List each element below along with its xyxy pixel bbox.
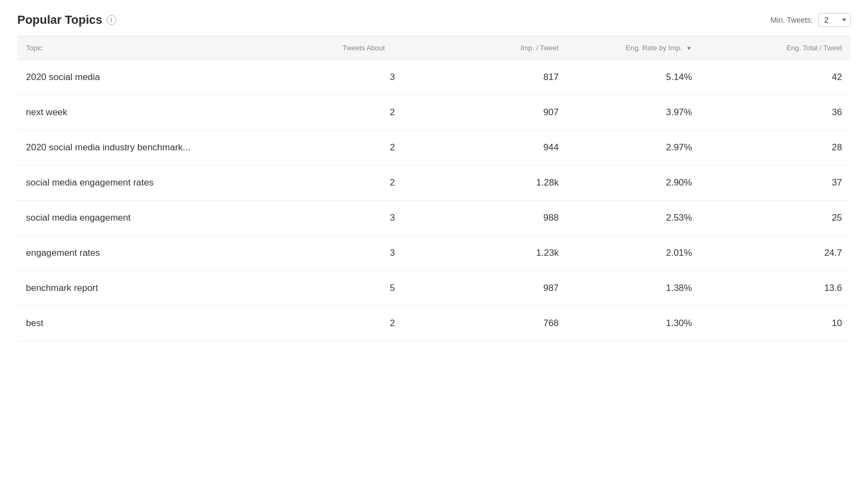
cell-imp-tweet: 987 [451, 271, 567, 306]
cell-topic: social media engagement [17, 201, 334, 236]
cell-eng-total: 42 [700, 60, 851, 95]
table-body: 2020 social media38175.14%42next week290… [17, 60, 851, 341]
cell-topic: social media engagement rates [17, 165, 334, 201]
cell-tweets-about: 2 [334, 130, 451, 165]
cell-imp-tweet: 944 [451, 130, 567, 165]
cell-eng-total: 10 [700, 306, 851, 341]
cell-eng-rate: 1.38% [567, 271, 701, 306]
min-tweets-select-wrapper[interactable]: 2 3 5 10 [818, 13, 851, 27]
table-row: social media engagement39882.53%25 [17, 201, 851, 236]
cell-eng-total: 28 [700, 130, 851, 165]
col-header-topic: Topic [17, 36, 334, 60]
cell-imp-tweet: 988 [451, 201, 567, 236]
page-title: Popular Topics [17, 13, 102, 27]
title-group: Popular Topics i [17, 13, 116, 27]
cell-tweets-about: 5 [334, 271, 451, 306]
header-row: Topic Tweets About Imp. / Tweet Eng. Rat… [17, 36, 851, 60]
min-tweets-label: Min. Tweets: [771, 16, 813, 24]
cell-eng-total: 37 [700, 165, 851, 201]
cell-eng-rate: 2.01% [567, 236, 701, 271]
table-row: engagement rates31.23k2.01%24.7 [17, 236, 851, 271]
cell-eng-total: 13.6 [700, 271, 851, 306]
popular-topics-table: Topic Tweets About Imp. / Tweet Eng. Rat… [17, 36, 851, 341]
col-header-tweets-about: Tweets About [334, 36, 451, 60]
cell-eng-total: 25 [700, 201, 851, 236]
table-row: next week29073.97%36 [17, 95, 851, 130]
min-tweets-group: Min. Tweets: 2 3 5 10 [771, 13, 851, 27]
cell-topic: benchmark report [17, 271, 334, 306]
cell-tweets-about: 2 [334, 165, 451, 201]
cell-imp-tweet: 817 [451, 60, 567, 95]
cell-imp-tweet: 1.23k [451, 236, 567, 271]
cell-topic: engagement rates [17, 236, 334, 271]
min-tweets-select[interactable]: 2 3 5 10 [818, 13, 851, 27]
table-row: 2020 social media38175.14%42 [17, 60, 851, 95]
cell-topic: best [17, 306, 334, 341]
cell-imp-tweet: 907 [451, 95, 567, 130]
cell-topic: 2020 social media [17, 60, 334, 95]
table-row: social media engagement rates21.28k2.90%… [17, 165, 851, 201]
cell-imp-tweet: 768 [451, 306, 567, 341]
popular-topics-container: Popular Topics i Min. Tweets: 2 3 5 10 T… [0, 0, 868, 504]
cell-tweets-about: 3 [334, 201, 451, 236]
table-row: 2020 social media industry benchmark...2… [17, 130, 851, 165]
cell-eng-total: 24.7 [700, 236, 851, 271]
table-header: Topic Tweets About Imp. / Tweet Eng. Rat… [17, 36, 851, 60]
table-row: best27681.30%10 [17, 306, 851, 341]
cell-topic: next week [17, 95, 334, 130]
cell-tweets-about: 3 [334, 60, 451, 95]
cell-eng-rate: 5.14% [567, 60, 701, 95]
cell-eng-rate: 2.90% [567, 165, 701, 201]
cell-eng-total: 36 [700, 95, 851, 130]
cell-imp-tweet: 1.28k [451, 165, 567, 201]
cell-tweets-about: 3 [334, 236, 451, 271]
sort-icon: ▼ [686, 45, 692, 51]
cell-topic: 2020 social media industry benchmark... [17, 130, 334, 165]
info-icon[interactable]: i [106, 15, 116, 25]
col-header-eng-rate[interactable]: Eng. Rate by Imp. ▼ [567, 36, 701, 60]
col-header-eng-total: Eng. Total / Tweet [700, 36, 851, 60]
header: Popular Topics i Min. Tweets: 2 3 5 10 [17, 13, 851, 27]
table-row: benchmark report59871.38%13.6 [17, 271, 851, 306]
cell-eng-rate: 3.97% [567, 95, 701, 130]
cell-tweets-about: 2 [334, 306, 451, 341]
cell-eng-rate: 1.30% [567, 306, 701, 341]
cell-tweets-about: 2 [334, 95, 451, 130]
cell-eng-rate: 2.53% [567, 201, 701, 236]
cell-eng-rate: 2.97% [567, 130, 701, 165]
col-header-imp-tweet: Imp. / Tweet [451, 36, 567, 60]
